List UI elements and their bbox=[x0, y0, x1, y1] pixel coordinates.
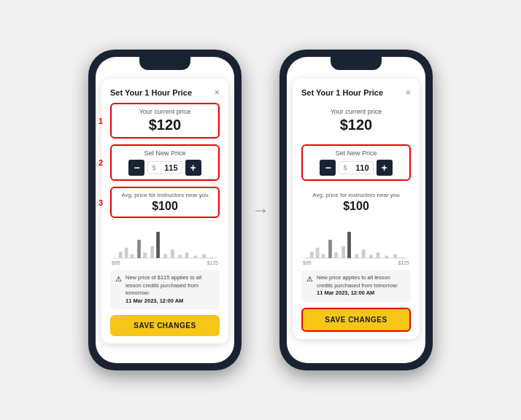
phone2-warning-icon: ⚠ bbox=[306, 275, 313, 283]
phone1-close-btn[interactable]: × bbox=[214, 88, 220, 97]
phone1-notice-prefix: New price of $115 applies to all lesson … bbox=[126, 274, 201, 296]
phone2-save-btn[interactable]: SAVE CHANGES bbox=[301, 308, 411, 332]
phone1-notice-date: 11 Mar 2023, 12:00 AM bbox=[126, 298, 183, 304]
phone1-step1-label: 1 bbox=[99, 117, 103, 125]
phone1-current-price-label: Your current price bbox=[117, 108, 212, 115]
arrow-separator: → bbox=[252, 200, 269, 220]
phone1-step3-label: 3 bbox=[99, 198, 103, 207]
phone1-notch bbox=[139, 57, 190, 70]
svg-rect-28 bbox=[393, 254, 397, 257]
phone1-wrapper: Set Your 1 Hour Price × 1 Your current p… bbox=[88, 50, 242, 370]
phone1-set-price-label: Set New Price bbox=[117, 149, 212, 157]
phone2-modal-title: Set Your 1 Hour Price bbox=[301, 88, 383, 97]
phone2-chart bbox=[301, 224, 411, 259]
svg-rect-23 bbox=[355, 254, 358, 257]
phone1-modal-title: Set Your 1 Hour Price bbox=[110, 88, 192, 97]
svg-rect-19 bbox=[328, 240, 332, 258]
phone1-step2-label: 2 bbox=[99, 158, 103, 167]
svg-rect-13 bbox=[202, 254, 206, 257]
phone2-notice-date: 11 Mar 2023, 12:00 AM bbox=[317, 289, 374, 296]
svg-rect-11 bbox=[185, 252, 189, 258]
phone1-modal: Set Your 1 Hour Price × 1 Your current p… bbox=[101, 79, 228, 343]
phone2-chart-left: $95 bbox=[303, 260, 312, 265]
svg-rect-2 bbox=[125, 248, 128, 258]
phone1-chart-labels: $95 $125 bbox=[110, 260, 220, 265]
phone2-notice-prefix: New price applies to all lesson credits … bbox=[317, 274, 398, 289]
phone2-current-price-label: Your current price bbox=[309, 108, 404, 115]
svg-rect-5 bbox=[143, 252, 147, 258]
phone2-currency: $ bbox=[343, 164, 347, 171]
phone1-price-stepper: − $ + bbox=[117, 160, 212, 176]
phone2-avg-price-value: $100 bbox=[309, 200, 404, 213]
phone2: Set Your 1 Hour Price × Your current pri… bbox=[279, 50, 433, 370]
phone2-current-price-box: Your current price $120 bbox=[301, 103, 411, 139]
phone1-current-price-value: $120 bbox=[117, 117, 212, 133]
phone2-modal: Set Your 1 Hour Price × Your current pri… bbox=[293, 79, 420, 339]
phone1-chart-right: $125 bbox=[207, 260, 218, 265]
svg-rect-22 bbox=[347, 232, 351, 258]
phone1-screen: Set Your 1 Hour Price × 1 Your current p… bbox=[96, 57, 234, 363]
phone2-avg-price-box: Avg. price for instructors near you $100 bbox=[301, 187, 411, 218]
svg-rect-12 bbox=[193, 256, 197, 258]
svg-rect-29 bbox=[401, 257, 405, 258]
svg-rect-20 bbox=[334, 252, 338, 258]
svg-rect-14 bbox=[210, 257, 214, 258]
phone1-price-input-wrap: $ bbox=[147, 161, 182, 174]
svg-rect-1 bbox=[119, 252, 123, 258]
phone2-price-input[interactable] bbox=[349, 163, 369, 172]
phone2-avg-price-label: Avg. price for instructors near you bbox=[309, 192, 404, 198]
phone1-current-price-box: 1 Your current price $120 bbox=[110, 103, 220, 139]
phone1-currency: $ bbox=[152, 164, 155, 171]
phone2-notice-text: New price applies to all lesson credits … bbox=[317, 274, 406, 298]
phone1-price-input[interactable] bbox=[158, 163, 178, 172]
svg-rect-16 bbox=[310, 252, 314, 258]
comparison-scene: Set Your 1 Hour Price × 1 Your current p… bbox=[88, 50, 433, 370]
phone1-avg-price-value: $100 bbox=[117, 200, 212, 213]
svg-rect-8 bbox=[163, 254, 167, 257]
phone2-screen: Set Your 1 Hour Price × Your current pri… bbox=[287, 57, 425, 363]
phone1-save-btn[interactable]: SAVE CHANGES bbox=[110, 315, 220, 336]
phone2-chart-labels: $95 $125 bbox=[301, 260, 411, 265]
phone2-notice: ⚠ New price applies to all lesson credit… bbox=[301, 270, 411, 302]
phone1-plus-btn[interactable]: + bbox=[185, 160, 201, 176]
phone1: Set Your 1 Hour Price × 1 Your current p… bbox=[88, 50, 242, 370]
svg-rect-6 bbox=[150, 246, 154, 258]
svg-rect-24 bbox=[362, 249, 366, 258]
phone1-minus-btn[interactable]: − bbox=[128, 160, 144, 176]
phone1-notice-text: New price of $115 applies to all lesson … bbox=[126, 274, 215, 305]
phone2-wrapper: Set Your 1 Hour Price × Your current pri… bbox=[279, 50, 433, 370]
svg-rect-9 bbox=[171, 249, 174, 258]
phone2-notch bbox=[331, 57, 382, 70]
phone1-modal-header: Set Your 1 Hour Price × bbox=[110, 88, 220, 97]
phone1-set-price-box: 2 Set New Price − $ + bbox=[110, 144, 220, 181]
phone2-close-btn[interactable]: × bbox=[405, 88, 411, 97]
phone2-set-price-box: Set New Price − $ + bbox=[301, 144, 411, 181]
svg-rect-21 bbox=[341, 246, 345, 258]
svg-rect-25 bbox=[369, 255, 373, 258]
phone2-current-price-value: $120 bbox=[309, 117, 404, 133]
phone1-chart-left: $95 bbox=[112, 260, 120, 265]
phone2-price-stepper: − $ + bbox=[309, 160, 404, 176]
svg-rect-7 bbox=[156, 232, 160, 258]
svg-rect-17 bbox=[316, 248, 320, 258]
svg-rect-18 bbox=[322, 254, 325, 257]
phone2-modal-header: Set Your 1 Hour Price × bbox=[301, 88, 411, 97]
phone1-warning-icon: ⚠ bbox=[115, 275, 122, 283]
svg-rect-26 bbox=[377, 252, 380, 258]
phone1-avg-price-label: Avg. price for instructors near you bbox=[117, 192, 212, 198]
phone1-chart bbox=[110, 224, 220, 259]
phone2-set-price-label: Set New Price bbox=[309, 149, 404, 157]
svg-rect-10 bbox=[178, 255, 182, 258]
svg-rect-4 bbox=[137, 240, 141, 258]
svg-rect-3 bbox=[131, 254, 134, 257]
svg-rect-27 bbox=[385, 256, 388, 258]
phone2-plus-btn[interactable]: + bbox=[377, 160, 393, 176]
phone1-avg-price-box: 3 Avg. price for instructors near you $1… bbox=[110, 187, 220, 218]
phone2-price-input-wrap: $ bbox=[339, 161, 373, 174]
phone2-chart-right: $125 bbox=[398, 260, 409, 265]
phone2-minus-btn[interactable]: − bbox=[320, 160, 336, 176]
phone1-notice: ⚠ New price of $115 applies to all lesso… bbox=[110, 270, 220, 309]
